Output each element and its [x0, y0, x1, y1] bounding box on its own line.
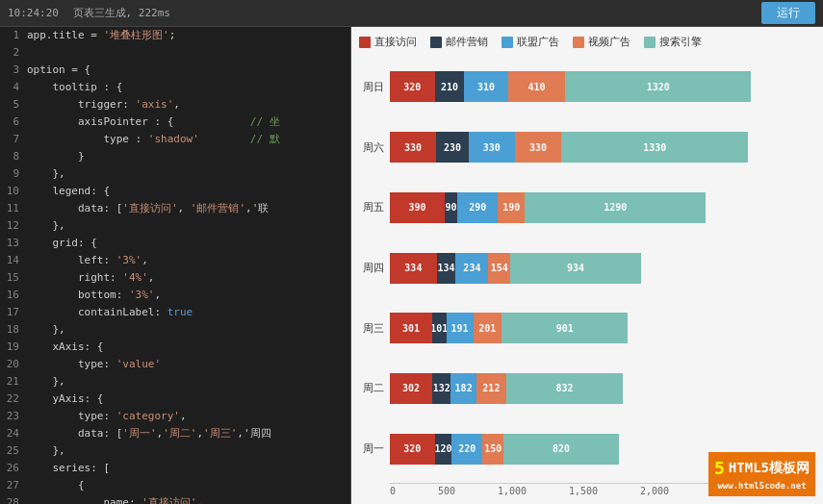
line-number: 16	[0, 287, 27, 304]
code-content: legend: {	[27, 183, 350, 200]
code-row: 22 yAxis: {	[0, 391, 350, 408]
code-content: type : 'shadow' // 默	[27, 131, 350, 148]
x-tick: 0	[390, 486, 396, 496]
code-row: 8 }	[0, 148, 350, 165]
watermark: 5 HTML5模板网 www.html5code.net	[708, 452, 815, 496]
chart-wrapper: 周日3202103104101320周六3302303303301330周五39…	[359, 57, 811, 496]
bar-segment: 234	[455, 253, 488, 284]
code-row: 17 containLabel: true	[0, 304, 350, 321]
y-label: 周日	[359, 80, 390, 94]
code-content: option = {	[27, 62, 350, 79]
legend-item: 联盟广告	[502, 35, 559, 49]
line-number: 18	[0, 321, 27, 339]
code-content: tooltip : {	[27, 79, 350, 96]
bar-segment: 230	[436, 132, 469, 163]
code-row: 9 },	[0, 165, 350, 183]
line-number: 25	[0, 442, 27, 460]
chart-row: 周四334134234154934	[359, 238, 811, 298]
code-row: 26 series: [	[0, 460, 350, 477]
y-label: 周六	[359, 140, 390, 155]
legend-color	[502, 37, 513, 48]
bar-segment: 320	[390, 434, 435, 465]
code-content: },	[27, 217, 350, 235]
code-row: 21 },	[0, 373, 350, 391]
top-bar: 10:24:20 页表三生成, 222ms 运行	[0, 0, 823, 27]
bar-segment: 90	[445, 192, 457, 223]
code-row: 24 data: ['周一','周二','周三','周四	[0, 425, 350, 442]
line-number: 4	[0, 79, 27, 96]
legend-item: 直接访问	[359, 35, 417, 49]
line-number: 1	[0, 27, 27, 44]
line-number: 3	[0, 62, 27, 79]
bar-segment: 120	[435, 434, 452, 465]
line-number: 2	[0, 44, 27, 62]
code-row: 18 },	[0, 321, 350, 339]
code-row: 20 type: 'value'	[0, 356, 350, 373]
bar-segment: 1320	[565, 71, 751, 102]
main-area: 1app.title = '堆叠柱形图';23option = {4 toolt…	[0, 27, 823, 504]
line-number: 17	[0, 304, 27, 321]
top-bar-info: 10:24:20 页表三生成, 222ms	[8, 6, 761, 20]
bar-segment: 310	[464, 71, 507, 102]
line-number: 8	[0, 148, 27, 165]
code-row: 28 name: '直接访问',	[0, 494, 350, 504]
legend-color	[430, 37, 442, 48]
code-row: 19 xAxis: {	[0, 339, 350, 356]
bar-container: 302132182212832	[390, 373, 811, 404]
line-number: 12	[0, 217, 27, 235]
code-row: 1app.title = '堆叠柱形图';	[0, 27, 350, 44]
bar-segment: 901	[502, 313, 629, 343]
bar-segment: 832	[506, 373, 623, 404]
bar-segment: 301	[390, 313, 432, 343]
legend-color	[644, 37, 656, 48]
bar-segment: 134	[437, 253, 456, 284]
bar-segment: 154	[488, 253, 509, 284]
chart-area: 周日3202103104101320周六3302303303301330周五39…	[359, 57, 811, 479]
code-row: 12 },	[0, 217, 350, 235]
line-number: 13	[0, 235, 27, 252]
code-panel[interactable]: 1app.title = '堆叠柱形图';23option = {4 toolt…	[0, 27, 351, 504]
bar-segment: 820	[503, 434, 619, 465]
code-row: 2	[0, 44, 350, 62]
legend-color	[359, 37, 371, 48]
legend-label: 邮件营销	[446, 35, 488, 49]
chart-legend: 直接访问邮件营销联盟广告视频广告搜索引擎	[359, 35, 811, 49]
code-content: trigger: 'axis',	[27, 96, 350, 113]
code-content: grid: {	[27, 235, 350, 252]
code-content: type: 'category',	[27, 408, 350, 425]
bar-container: 3302303303301330	[390, 132, 811, 163]
watermark-line1: HTML5模板网	[729, 459, 810, 478]
line-number: 27	[0, 477, 27, 494]
line-number: 5	[0, 96, 27, 113]
legend-label: 直接访问	[374, 35, 417, 49]
bar-segment: 302	[390, 373, 432, 404]
bar-segment: 1290	[525, 192, 706, 223]
code-content: xAxis: {	[27, 339, 350, 356]
line-number: 20	[0, 356, 27, 373]
bar-segment: 132	[432, 373, 450, 404]
time-display: 10:24:20	[8, 7, 59, 19]
chart-row: 周日3202103104101320	[359, 57, 811, 117]
bar-segment: 1330	[561, 132, 748, 163]
legend-item: 邮件营销	[430, 35, 488, 49]
x-tick: 1,000	[498, 486, 527, 496]
y-label: 周四	[359, 261, 390, 275]
code-content: yAxis: {	[27, 391, 350, 408]
code-lines: 1app.title = '堆叠柱形图';23option = {4 toolt…	[0, 27, 350, 504]
code-row: 14 left: '3%',	[0, 252, 350, 269]
code-content: app.title = '堆叠柱形图';	[27, 27, 350, 44]
code-content: containLabel: true	[27, 304, 350, 321]
bar-segment: 290	[457, 192, 498, 223]
bar-segment: 334	[390, 253, 437, 284]
legend-item: 搜索引擎	[644, 35, 702, 49]
bar-segment: 190	[498, 192, 525, 223]
legend-item: 视频广告	[573, 35, 630, 49]
line-number: 15	[0, 269, 27, 287]
code-row: 13 grid: {	[0, 235, 350, 252]
x-tick: 1,500	[569, 486, 598, 496]
run-button[interactable]: 运行	[761, 2, 815, 24]
line-number: 21	[0, 373, 27, 391]
bar-segment: 390	[390, 192, 445, 223]
x-tick: 2,000	[640, 486, 669, 496]
line-number: 11	[0, 200, 27, 217]
